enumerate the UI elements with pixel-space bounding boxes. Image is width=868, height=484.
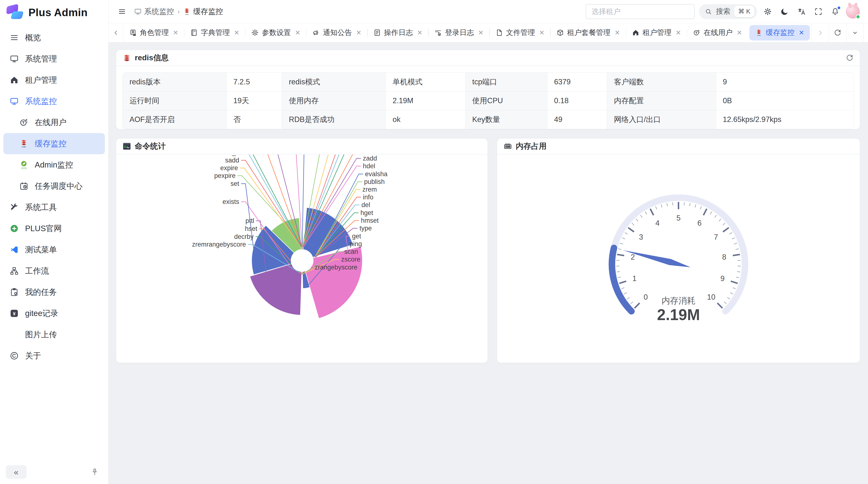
sidebar-item-online-user[interactable]: 在线用户 [3, 112, 105, 133]
tab-close-icon[interactable]: ✕ [538, 29, 545, 37]
header-right: 搜索 ⌘ K [586, 4, 860, 19]
tab-label: 在线用户 [704, 28, 733, 38]
monitor-icon [134, 8, 142, 15]
language-icon[interactable] [795, 5, 808, 18]
sidebar-item-tenant-management[interactable]: 租户管理 [3, 69, 105, 91]
tab-refresh-icon[interactable] [829, 23, 846, 42]
gauge-tick-label: 5 [676, 214, 680, 222]
breadcrumb-cache-monitor[interactable]: redis缓存监控 [183, 6, 223, 17]
sidebar-item-task-schedule[interactable]: 任务调度中心 [3, 175, 105, 197]
gauge-tick [719, 219, 721, 221]
memory-usage-gauge-chart[interactable]: 012345678910内存消耗2.19M [497, 155, 860, 362]
dark-mode-icon[interactable] [778, 5, 791, 18]
breadcrumb-system-monitor[interactable]: 系统监控 [134, 6, 174, 17]
gauge-tick-label: 10 [707, 293, 715, 301]
tab-label: 登录日志 [445, 28, 474, 38]
memory-icon [503, 142, 512, 151]
refresh-icon[interactable] [846, 54, 854, 62]
sidebar-item-about[interactable]: 关于 [3, 345, 105, 366]
redis-icon [123, 54, 131, 62]
sidebar-item-workflow[interactable]: 工作流 [3, 260, 105, 282]
sidebar-item-gitee-log[interactable]: ¥gitee记录 [3, 303, 105, 324]
language-icon [797, 7, 806, 16]
sidebar-item-admin-monitor[interactable]: springAdmin监控 [3, 154, 105, 175]
sidebar-item-test-menu[interactable]: 测试菜单 [3, 239, 105, 260]
tab-online-user[interactable]: 在线用户✕ [687, 23, 748, 42]
tab-close-icon[interactable]: ✕ [798, 29, 804, 37]
tab-close-icon[interactable]: ✕ [477, 29, 484, 37]
tab-file-management[interactable]: 文件管理✕ [490, 23, 551, 42]
gauge-tick [695, 204, 696, 207]
user-avatar[interactable] [846, 5, 860, 19]
tab-cache-monitor[interactable]: redis缓存监控✕ [749, 25, 810, 40]
svg-text:spring: spring [21, 167, 27, 169]
tab-close-icon[interactable]: ✕ [614, 29, 620, 37]
sidebar-item-plus-website[interactable]: PLUS官网 [3, 218, 105, 239]
app-logo-row[interactable]: Plus Admin [0, 0, 108, 25]
sidebar-item-label: 任务调度中心 [35, 181, 100, 192]
redis-info-table: redis版本7.2.5redis模式单机模式tcp端口6379客户端数9运行时… [123, 72, 853, 129]
tab-close-icon[interactable]: ✕ [355, 29, 362, 37]
gauge-tick [661, 204, 662, 207]
sidebar-item-label: 工作流 [25, 266, 95, 277]
gauge-tick [710, 212, 712, 214]
gauge-tick [734, 243, 737, 244]
home-icon [632, 29, 640, 36]
command-stats-rose-chart[interactable]: smembersscript|loadhsetnxdbsizesscansetn… [116, 155, 488, 362]
menu-toggle-button[interactable] [116, 5, 128, 18]
tabs-scroll-right-icon[interactable] [811, 23, 829, 42]
info-value-cell: 7.2.5 [226, 72, 282, 91]
tab-notice[interactable]: 通知公告✕ [306, 23, 367, 42]
settings-icon[interactable] [762, 5, 774, 18]
tab-close-icon[interactable]: ✕ [294, 29, 301, 37]
tabs-scroll-left-icon[interactable] [108, 23, 123, 42]
tenant-select-input[interactable] [586, 4, 695, 19]
tab-menu-icon[interactable] [846, 23, 863, 42]
search-shortcut-badge: ⌘ K [734, 6, 754, 17]
sidebar-item-overview[interactable]: 概览 [3, 27, 105, 48]
sidebar: Plus Admin 概览系统管理租户管理系统监控在线用户redis缓存监控sp… [0, 0, 108, 484]
info-value-cell: 9 [716, 72, 853, 91]
content-fullscreen-icon[interactable] [863, 23, 868, 42]
notice-icon [312, 29, 320, 36]
rose-label: zadd [363, 155, 377, 162]
tab-close-icon[interactable]: ✕ [233, 29, 240, 37]
settings-icon [764, 7, 772, 16]
tab-param-settings[interactable]: 参数设置✕ [245, 23, 306, 42]
fullscreen-icon[interactable] [812, 5, 825, 18]
tab-close-icon[interactable]: ✕ [172, 29, 179, 37]
tab-tenant-package[interactable]: 租户套餐管理✕ [551, 23, 626, 42]
gauge-tick [645, 212, 647, 214]
sidebar-item-my-tasks[interactable]: 我的任务 [3, 282, 105, 303]
gauge-tick [736, 277, 739, 278]
sidebar-item-system-management[interactable]: 系统管理 [3, 48, 105, 69]
sidebar-item-image-upload[interactable]: 图片上传 [3, 324, 105, 345]
sidebar-item-system-monitor[interactable]: 系统监控 [3, 91, 105, 112]
main-area: 系统监控›redis缓存监控 搜索 ⌘ K 角色管理✕字典管理✕参数设置✕通知公… [108, 0, 868, 484]
sidebar-collapse-button[interactable]: « [6, 465, 27, 479]
tab-dict-management[interactable]: 字典管理✕ [184, 23, 245, 42]
tab-login-log[interactable]: 登录日志✕ [429, 23, 490, 42]
tab-label: 参数设置 [262, 28, 291, 38]
tab-close-icon[interactable]: ✕ [736, 29, 742, 37]
rose-label: pttl [245, 217, 254, 224]
gauge-tick [617, 272, 620, 272]
tab-refresh-icon [834, 29, 841, 37]
gauge-tick [715, 215, 717, 218]
info-label-cell: RDB是否成功 [282, 110, 386, 129]
sidebar-item-cache-monitor[interactable]: redis缓存监控 [3, 133, 105, 154]
tab-operation-log[interactable]: 操作日志✕ [368, 23, 429, 42]
tab-close-icon[interactable]: ✕ [675, 29, 681, 37]
redis-icon [123, 54, 131, 62]
notifications-icon[interactable] [829, 5, 841, 18]
tab-tenant-management[interactable]: 租户管理✕ [626, 23, 687, 42]
gauge-tick [689, 203, 690, 206]
gauge-tick-label: 6 [698, 219, 702, 227]
gauge-tick [724, 302, 726, 304]
search-button[interactable]: 搜索 ⌘ K [699, 4, 757, 19]
pin-icon[interactable] [87, 464, 102, 480]
tab-close-icon[interactable]: ✕ [416, 29, 423, 37]
tab-role-management[interactable]: 角色管理✕ [123, 23, 184, 42]
rose-label: scan [344, 248, 358, 255]
sidebar-item-system-tools[interactable]: 系统工具 [3, 197, 105, 218]
